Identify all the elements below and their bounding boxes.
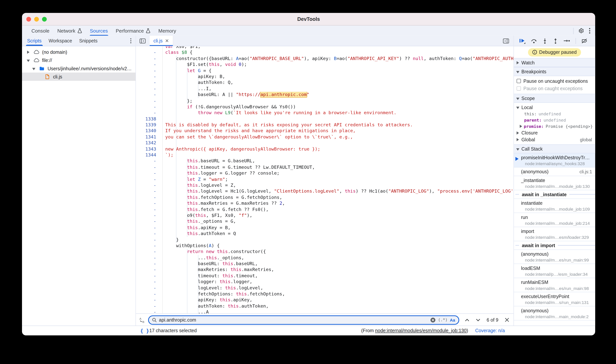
- line-content[interactable]: let Z = "warn";: [162, 176, 514, 182]
- minimize-window-button[interactable]: [34, 17, 39, 21]
- line-gutter[interactable]: -: [136, 176, 162, 182]
- line-content[interactable]: If you understand the risks and have app…: [162, 128, 514, 134]
- line-gutter[interactable]: -: [136, 231, 162, 237]
- callstack-frame[interactable]: _instantiatenode:internal/m…module_job:1…: [514, 176, 595, 190]
- line-content[interactable]: this._options = G,: [162, 219, 514, 225]
- line-content[interactable]: }: [162, 237, 514, 243]
- navigator-tab-snippets[interactable]: Snippets: [76, 36, 101, 46]
- line-content[interactable]: $F1.set(this, void 0);: [162, 62, 514, 68]
- tab-sources[interactable]: Sources: [86, 26, 112, 36]
- pretty-print-icon[interactable]: { }: [140, 328, 149, 334]
- regex-toggle-icon[interactable]: (.*): [438, 318, 448, 322]
- line-gutter[interactable]: -: [136, 219, 162, 225]
- breakpoint-option[interactable]: Pause on caught exceptions: [514, 85, 595, 92]
- line-gutter[interactable]: 1343: [136, 146, 162, 152]
- tree-item-users-jinhuilee-nvm-versions-node-v2-[interactable]: Users/jinhuilee/.nvm/versions/node/v2…: [22, 65, 135, 73]
- step-icon[interactable]: [563, 39, 570, 43]
- deactivate-breakpoints-icon[interactable]: [581, 38, 588, 43]
- line-gutter[interactable]: -: [136, 267, 162, 273]
- tab-network[interactable]: Network: [53, 26, 86, 36]
- settings-gear-icon[interactable]: [578, 28, 584, 34]
- scope-property-caret-icon[interactable]: [519, 125, 523, 128]
- line-gutter[interactable]: -: [136, 68, 162, 74]
- search-input[interactable]: [159, 317, 428, 323]
- line-gutter[interactable]: -: [136, 158, 162, 164]
- callstack-frame[interactable]: importnode:internal/m…esm/loader:329: [514, 227, 595, 241]
- maximize-window-button[interactable]: [42, 17, 47, 21]
- line-gutter[interactable]: -: [136, 110, 162, 116]
- line-gutter[interactable]: -: [136, 92, 162, 98]
- navigator-more-kebab-icon[interactable]: [130, 38, 131, 44]
- line-content[interactable]: ...I,: [162, 86, 514, 92]
- checkbox[interactable]: [517, 79, 521, 83]
- close-find-bar-icon[interactable]: [505, 318, 509, 322]
- line-gutter[interactable]: -: [136, 212, 162, 219]
- tab-console[interactable]: Console: [28, 26, 53, 36]
- navigator-tab-workspace[interactable]: Workspace: [45, 36, 76, 46]
- line-gutter[interactable]: -: [136, 255, 162, 261]
- line-content[interactable]: logLevel: this.logLevel,: [162, 285, 514, 291]
- tree-item-file-[interactable]: file://: [22, 56, 135, 64]
- line-content[interactable]: `);: [162, 152, 514, 158]
- scope-section-global[interactable]: Globalglobal: [514, 136, 595, 143]
- line-gutter[interactable]: -: [136, 98, 162, 104]
- callstack-section-header[interactable]: Call Stack: [514, 144, 595, 153]
- line-content[interactable]: let G = {: [162, 68, 514, 74]
- line-content[interactable]: throw new L9(`It looks like you're runni…: [162, 110, 514, 116]
- line-content[interactable]: this.baseURL = G.baseURL,: [162, 158, 514, 164]
- line-gutter[interactable]: -: [136, 297, 162, 303]
- scope-property-this[interactable]: this:undefined: [514, 111, 595, 117]
- editor-tab-clijs[interactable]: cli.js ✕: [149, 36, 173, 46]
- code-viewport[interactable]: var Xs0, $F1;-class $8 {- constructor({b…: [136, 46, 514, 313]
- line-gutter[interactable]: 1342: [136, 140, 162, 146]
- line-gutter[interactable]: -: [136, 273, 162, 279]
- line-content[interactable]: this.maxRetries = G.maxRetries ?? 2,: [162, 201, 514, 207]
- line-content[interactable]: you can set the \`dangerouslyAllowBrowse…: [162, 134, 514, 140]
- tree-caret-icon[interactable]: [27, 59, 30, 62]
- line-content[interactable]: this.fetch = G.fetch ?? Fs0(),: [162, 207, 514, 213]
- line-gutter[interactable]: -: [136, 261, 162, 267]
- line-content[interactable]: this.logLevel = Hc1(G.logLevel, "ClientO…: [162, 188, 514, 195]
- next-match-icon[interactable]: [476, 318, 480, 322]
- resume-script-icon[interactable]: [519, 38, 526, 44]
- tree-caret-icon[interactable]: [27, 50, 30, 54]
- scope-section-local[interactable]: Local: [514, 104, 595, 111]
- line-content[interactable]: this.authToken = Q: [162, 231, 514, 237]
- close-window-button[interactable]: [26, 17, 31, 21]
- line-gutter[interactable]: -: [136, 80, 162, 86]
- line-gutter[interactable]: -: [136, 309, 162, 313]
- line-content[interactable]: authToken: Q,: [162, 80, 514, 86]
- more-options-kebab-icon[interactable]: [589, 28, 590, 34]
- line-content[interactable]: this.apiKey = B,: [162, 225, 514, 231]
- line-gutter[interactable]: 1344: [136, 152, 162, 158]
- line-gutter[interactable]: -: [136, 50, 162, 56]
- line-content[interactable]: this.fetchOptions = G.fetchOptions,: [162, 195, 514, 201]
- line-gutter[interactable]: -: [136, 303, 162, 309]
- callstack-frame[interactable]: (anonymous)node:internal/m…main_module:2: [514, 306, 595, 321]
- close-tab-icon[interactable]: ✕: [165, 38, 169, 44]
- line-gutter[interactable]: -: [136, 279, 162, 285]
- line-gutter[interactable]: -: [136, 170, 162, 176]
- line-content[interactable]: ...A: [162, 309, 514, 313]
- toggle-debugger-sidebar-icon[interactable]: [503, 38, 509, 43]
- line-gutter[interactable]: -: [136, 249, 162, 255]
- line-content[interactable]: fetchOptions: this.fetchOptions,: [162, 291, 514, 297]
- line-content[interactable]: apiKey: B,: [162, 74, 514, 80]
- line-content[interactable]: maxRetries: this.maxRetries,: [162, 267, 514, 273]
- line-gutter[interactable]: -: [136, 237, 162, 243]
- match-case-toggle-icon[interactable]: Aa: [450, 318, 455, 322]
- scope-section-caret-icon[interactable]: [516, 106, 519, 109]
- line-content[interactable]: };: [162, 98, 514, 104]
- line-content[interactable]: var Xs0, $F1;: [162, 46, 514, 50]
- line-gutter[interactable]: -: [136, 164, 162, 170]
- callstack-frame[interactable]: loadESMnode:internal/p…/esm_loader:34: [514, 264, 595, 278]
- line-content[interactable]: this.logLevel = Z,: [162, 182, 514, 188]
- step-into-icon[interactable]: [542, 38, 548, 44]
- line-gutter[interactable]: -: [136, 188, 162, 195]
- line-gutter[interactable]: 1338: [136, 116, 162, 122]
- line-gutter[interactable]: -: [136, 243, 162, 249]
- line-content[interactable]: authToken: this.authToken,: [162, 303, 514, 309]
- clear-search-icon[interactable]: [430, 317, 436, 323]
- line-content[interactable]: apiKey: this.apiKey,: [162, 297, 514, 303]
- line-content[interactable]: o9(this, $F1, Xs0, "f"),: [162, 212, 514, 219]
